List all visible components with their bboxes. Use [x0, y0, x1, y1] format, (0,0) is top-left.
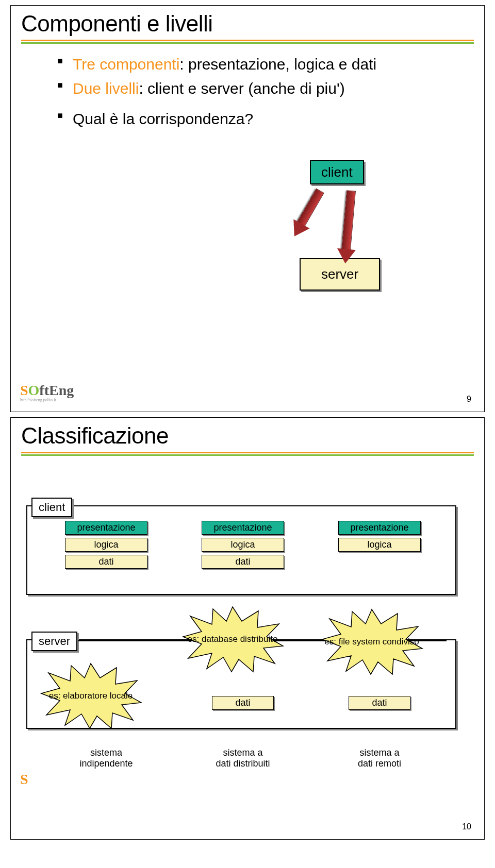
col3-log: logica — [338, 538, 421, 552]
sys-dist: sistema adati distribuiti — [202, 747, 284, 769]
col1-log: logica — [65, 538, 147, 552]
arrow-1 — [295, 189, 324, 229]
col1-pres: presentazione — [65, 521, 147, 535]
arrow-2 — [341, 190, 356, 252]
bullet1-lead: Tre componenti — [73, 56, 179, 73]
bullet1-rest: : presentazione, logica e dati — [179, 56, 376, 73]
burst-fs: es: file system condiviso — [315, 608, 428, 675]
rule-green — [21, 42, 474, 44]
bullet2-lead: Due livelli — [73, 80, 139, 97]
client-box: client — [310, 160, 364, 184]
bullet-3: Qual è la corrispondenza? — [73, 109, 474, 129]
rule-orange-2 — [21, 452, 474, 453]
col2-client: presentazione logica dati — [202, 521, 284, 572]
burst-db: es: database distribuito — [181, 606, 284, 673]
bullet3-text: Qual è la corrispondenza? — [73, 110, 253, 127]
rule-orange — [21, 40, 474, 41]
sys-rem: sistema adati remoti — [338, 747, 421, 769]
slide1-bullets: Tre componenti: presentazione, logica e … — [52, 54, 474, 129]
page-number-2: 10 — [462, 822, 471, 831]
col2-server-dati: dati — [212, 696, 274, 713]
slide-2: Classificazione client presentazione log… — [10, 417, 485, 840]
burst-elab: es: elaboratore locale — [39, 662, 142, 729]
col2-dati: dati — [202, 555, 284, 569]
slide1-title: Componenti e livelli — [21, 11, 474, 37]
col3-server-dati: dati — [349, 696, 410, 713]
col2-log: logica — [202, 538, 284, 552]
slide2-title: Classificazione — [21, 423, 474, 449]
bullet-2: Due livelli: client e server (anche di p… — [73, 78, 474, 98]
client-label: client — [31, 498, 72, 517]
server-label: server — [31, 632, 77, 651]
page-number-1: 9 — [467, 395, 471, 404]
bullet-1: Tre componenti: presentazione, logica e … — [73, 54, 474, 74]
col2-pres: presentazione — [202, 521, 284, 535]
col1-dati: dati — [65, 555, 147, 569]
bullet2-rest: : client e server (anche di piu') — [139, 80, 344, 97]
col3-client: presentazione logica — [338, 521, 421, 555]
slide-1: Componenti e livelli Tre componenti: pre… — [10, 5, 485, 412]
rule-green-2 — [21, 454, 474, 456]
sys-ind: sistemaindipendente — [65, 747, 147, 769]
col3-pres: presentazione — [338, 521, 421, 535]
logo-crop: S — [20, 771, 28, 788]
logo: SOftEng http://softeng.polito.it — [20, 382, 74, 402]
col1-client: presentazione logica dati — [65, 521, 147, 572]
